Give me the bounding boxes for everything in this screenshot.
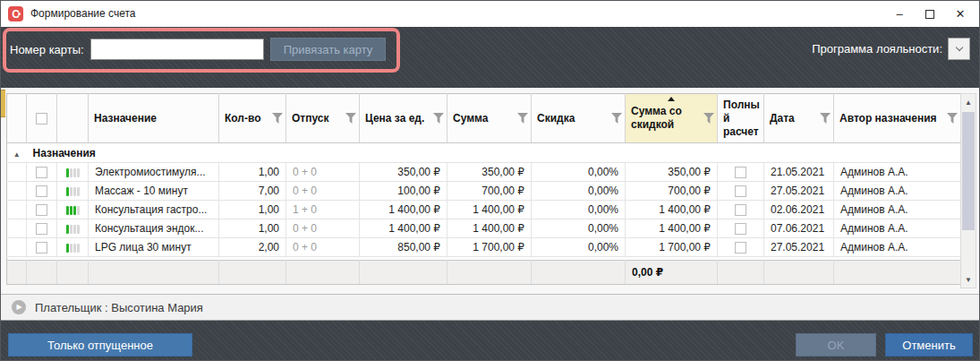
filter-icon[interactable] xyxy=(433,113,444,124)
cell-full-payment[interactable] xyxy=(718,182,764,201)
cell-qty[interactable]: 2,00 xyxy=(219,238,286,257)
services-table: Назначение Кол-во Отпуск Цена за ед. Сум… xyxy=(6,93,961,285)
header-select-all[interactable] xyxy=(27,94,57,143)
cell-qty[interactable]: 7,00 xyxy=(219,182,286,201)
cell-discount[interactable]: 0,00% xyxy=(532,182,626,201)
filter-icon[interactable] xyxy=(611,113,622,124)
row-select-cell[interactable] xyxy=(27,201,57,219)
cell-amount: 1 700,00 ₽ xyxy=(447,238,532,257)
full-payment-checkbox[interactable] xyxy=(735,167,746,178)
table-row[interactable]: Консультация эндок... 1,00 0 + 0 1 400,0… xyxy=(7,219,961,238)
filter-icon[interactable] xyxy=(820,113,831,124)
cell-name[interactable]: Консультация эндок... xyxy=(89,219,219,238)
only-dispensed-button[interactable]: Только отпущенное xyxy=(8,333,192,357)
scroll-down-icon[interactable]: ▼ xyxy=(961,272,976,287)
filter-icon[interactable] xyxy=(345,113,356,124)
column-header-amount[interactable]: Сумма xyxy=(447,94,532,143)
row-checkbox[interactable] xyxy=(36,242,47,254)
dispense-progress-icon xyxy=(66,187,80,196)
card-number-input[interactable] xyxy=(90,39,264,60)
table-row[interactable]: Массаж - 10 минут 7,00 0 + 0 100,00 ₽ 70… xyxy=(7,182,961,201)
column-header-unit-price[interactable]: Цена за ед. xyxy=(360,94,447,143)
row-select-cell[interactable] xyxy=(27,163,57,182)
titlebar: C Формирование счета – ✕ xyxy=(1,1,979,27)
row-select-cell[interactable] xyxy=(27,219,57,238)
collapse-triangle-icon: ▲ xyxy=(13,150,21,159)
table-row[interactable]: Консультация гастро... 1,00 1 + 0 1 400,… xyxy=(7,201,961,219)
cell-qty[interactable]: 1,00 xyxy=(219,163,286,182)
cell-name[interactable]: LPG лица 30 минут xyxy=(89,238,219,257)
cell-qty[interactable]: 1,00 xyxy=(219,219,286,238)
ok-button[interactable]: OK xyxy=(796,333,876,357)
row-checkbox[interactable] xyxy=(36,204,47,216)
close-icon: ✕ xyxy=(956,7,966,21)
cell-amount: 350,00 ₽ xyxy=(447,163,532,182)
cell-name[interactable]: Электромиостимуля... xyxy=(89,163,219,182)
full-payment-checkbox[interactable] xyxy=(735,242,746,254)
group-label: Назначения xyxy=(27,143,961,163)
cancel-button[interactable]: Отменить xyxy=(885,333,973,357)
vertical-scrollbar[interactable]: ▲ ▼ xyxy=(960,93,976,288)
row-checkbox[interactable] xyxy=(36,185,47,197)
grid-area: Назначение Кол-во Отпуск Цена за ед. Сум… xyxy=(1,88,979,294)
header-row: Назначение Кол-во Отпуск Цена за ед. Сум… xyxy=(7,94,961,143)
column-header-date[interactable]: Дата xyxy=(764,94,834,143)
cell-unit-price: 1 400,00 ₽ xyxy=(360,201,447,219)
full-payment-checkbox[interactable] xyxy=(735,204,746,216)
cell-full-payment[interactable] xyxy=(718,219,764,238)
filter-icon[interactable] xyxy=(947,113,958,124)
group-collapse-cell[interactable]: ▲ xyxy=(7,143,27,163)
row-select-cell[interactable] xyxy=(27,182,57,201)
cell-name[interactable]: Консультация гастро... xyxy=(89,201,219,219)
dispense-progress-icon xyxy=(66,206,80,215)
cell-full-payment[interactable] xyxy=(718,201,764,219)
column-header-discount[interactable]: Скидка xyxy=(532,94,626,143)
cell-full-payment[interactable] xyxy=(718,238,764,257)
scrollbar-thumb[interactable] xyxy=(962,112,975,230)
cell-discount[interactable]: 0,00% xyxy=(532,163,626,182)
group-row[interactable]: ▲ Назначения xyxy=(7,143,961,163)
cell-unit-price: 100,00 ₽ xyxy=(360,182,447,201)
filter-icon[interactable] xyxy=(703,113,714,124)
chevron-down-icon xyxy=(955,44,962,51)
row-checkbox[interactable] xyxy=(36,167,47,178)
cell-discount[interactable]: 0,00% xyxy=(532,201,626,219)
column-header-full-payment[interactable]: Полный расчет xyxy=(718,94,764,143)
row-checkbox[interactable] xyxy=(36,223,47,235)
cell-author: Админов А.А. xyxy=(834,163,961,182)
column-header-dispensed[interactable]: Отпуск xyxy=(286,94,360,143)
cell-author: Админов А.А. xyxy=(834,238,961,257)
scroll-up-icon[interactable]: ▲ xyxy=(961,95,976,109)
footer-bar: Только отпущенное OK Отменить xyxy=(1,321,979,360)
row-select-cell[interactable] xyxy=(27,238,57,257)
full-payment-checkbox[interactable] xyxy=(735,223,746,235)
column-header-author[interactable]: Автор назначения xyxy=(834,94,961,143)
cell-date: 02.06.2021 xyxy=(764,201,834,219)
minimize-button[interactable]: – xyxy=(884,1,915,27)
full-payment-checkbox[interactable] xyxy=(735,185,746,197)
cell-amount: 700,00 ₽ xyxy=(447,182,532,201)
filter-icon[interactable] xyxy=(517,113,528,124)
select-all-checkbox[interactable] xyxy=(36,113,47,125)
circle-play-icon[interactable]: ▶ xyxy=(12,300,26,314)
table-row[interactable]: LPG лица 30 минут 2,00 0 + 0 850,00 ₽ 1 … xyxy=(7,238,961,257)
cell-discount[interactable]: 0,00% xyxy=(532,219,626,238)
cell-name[interactable]: Массаж - 10 минут xyxy=(89,182,219,201)
cell-full-payment[interactable] xyxy=(718,163,764,182)
cell-amount-discounted: 1 700,00 ₽ xyxy=(626,238,718,257)
column-header-amount-discounted[interactable]: Сумма со скидкой xyxy=(626,94,718,143)
maximize-button[interactable] xyxy=(915,1,945,27)
dispense-progress-icon xyxy=(66,168,80,177)
bind-card-button[interactable]: Привязать карту xyxy=(270,38,387,61)
cell-dispensed: 0 + 0 xyxy=(286,238,360,257)
column-header-qty[interactable]: Кол-во xyxy=(219,94,286,143)
column-header-name[interactable]: Назначение xyxy=(89,94,219,143)
cell-qty[interactable]: 1,00 xyxy=(219,201,286,219)
table-row[interactable]: Электромиостимуля... 1,00 0 + 0 350,00 ₽… xyxy=(7,163,961,182)
cell-discount[interactable]: 0,00% xyxy=(532,238,626,257)
filter-icon[interactable] xyxy=(272,113,283,124)
payer-bar[interactable]: ▶ Плательщик : Высотина Мария xyxy=(1,294,979,321)
close-button[interactable]: ✕ xyxy=(945,1,976,27)
header-expand xyxy=(7,94,27,143)
loyalty-program-dropdown[interactable] xyxy=(948,38,970,60)
